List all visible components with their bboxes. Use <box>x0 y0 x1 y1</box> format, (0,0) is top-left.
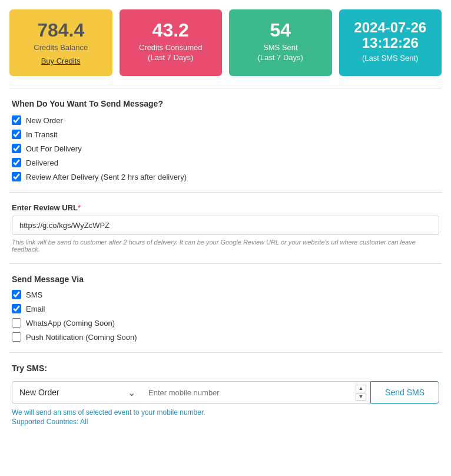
checkbox-sms-label: SMS <box>26 290 42 299</box>
checkbox-in-transit[interactable]: In Transit <box>12 130 439 139</box>
checkbox-new-order-label: New Order <box>26 116 63 125</box>
checkbox-new-order-input[interactable] <box>12 115 21 125</box>
send-timing-checkboxes: New Order In Transit Out For Delivery De… <box>12 115 439 181</box>
checkbox-push-notification-label: Push Notification (Coming Soon) <box>26 333 137 342</box>
last-sms-sent-number: 2024-07-26 13:12:26 <box>346 20 435 51</box>
credits-balance-number: 784.4 <box>16 20 105 41</box>
checkbox-delivered[interactable]: Delivered <box>12 158 439 167</box>
send-via-section: Send Message Via SMS Email WhatsApp (Com… <box>9 263 442 352</box>
sms-sent-number: 54 <box>236 20 325 41</box>
checkbox-out-for-delivery-label: Out For Delivery <box>26 144 82 153</box>
sms-sent-card: 54 SMS Sent(Last 7 Days) <box>229 9 332 76</box>
credits-consumed-label: Credits Consumed(Last 7 Days) <box>127 43 215 63</box>
review-url-hint: This link will be send to customer after… <box>12 239 439 253</box>
phone-input-wrapper: ▲ ▼ <box>141 381 370 404</box>
phone-input[interactable] <box>141 382 356 403</box>
try-sms-row: New Order In Transit Out For Delivery De… <box>12 381 439 404</box>
buy-credits-link[interactable]: Buy Credits <box>41 57 81 65</box>
try-sms-title: Try SMS: <box>12 363 439 373</box>
checkbox-email[interactable]: Email <box>12 304 439 313</box>
required-asterisk: * <box>78 203 81 212</box>
checkbox-review-after-delivery[interactable]: Review After Delivery (Sent 2 hrs after … <box>12 172 439 181</box>
send-via-title: Send Message Via <box>12 275 439 284</box>
credits-balance-label: Credits Balance <box>16 43 105 53</box>
stats-row: 784.4 Credits Balance Buy Credits 43.2 C… <box>9 9 442 76</box>
send-timing-title: When Do You Want To Send Message? <box>12 99 439 108</box>
checkbox-sms-input[interactable] <box>12 290 21 299</box>
phone-decrement-button[interactable]: ▼ <box>356 393 366 401</box>
credits-balance-card: 784.4 Credits Balance Buy Credits <box>9 9 112 76</box>
checkbox-push-notification[interactable]: Push Notification (Coming Soon) <box>12 332 439 342</box>
sms-note: We will send an sms of selected event to… <box>12 408 439 416</box>
checkbox-whatsapp-input[interactable] <box>12 318 21 328</box>
send-timing-section: When Do You Want To Send Message? New Or… <box>9 88 442 192</box>
review-url-input[interactable] <box>12 216 439 235</box>
checkbox-in-transit-input[interactable] <box>12 130 21 139</box>
sms-sent-label: SMS Sent(Last 7 Days) <box>236 43 325 63</box>
checkbox-in-transit-label: In Transit <box>26 130 57 139</box>
sms-event-select-wrapper: New Order In Transit Out For Delivery De… <box>12 381 141 404</box>
try-sms-section: Try SMS: New Order In Transit Out For De… <box>9 352 442 437</box>
last-sms-sent-card: 2024-07-26 13:12:26 (Last SMS Sent) <box>339 9 442 76</box>
page-wrapper: 784.4 Credits Balance Buy Credits 43.2 C… <box>0 0 451 446</box>
checkbox-sms[interactable]: SMS <box>12 290 439 299</box>
checkbox-email-input[interactable] <box>12 304 21 313</box>
checkbox-new-order[interactable]: New Order <box>12 115 439 125</box>
last-sms-sent-label: (Last SMS Sent) <box>346 54 435 64</box>
checkbox-delivered-label: Delivered <box>26 158 58 167</box>
supported-countries: Supported Countries: All <box>12 418 439 426</box>
credits-consumed-card: 43.2 Credits Consumed(Last 7 Days) <box>120 9 223 76</box>
sms-event-select[interactable]: New Order In Transit Out For Delivery De… <box>12 382 141 403</box>
checkbox-whatsapp-label: WhatsApp (Coming Soon) <box>26 319 115 328</box>
review-url-label: Enter Review URL* <box>12 203 439 212</box>
send-sms-button[interactable]: Send SMS <box>370 381 439 404</box>
phone-spinner: ▲ ▼ <box>356 385 366 401</box>
send-via-checkboxes: SMS Email WhatsApp (Coming Soon) Push No… <box>12 290 439 342</box>
phone-increment-button[interactable]: ▲ <box>356 385 366 392</box>
credits-consumed-number: 43.2 <box>127 20 215 41</box>
checkbox-review-after-delivery-label: Review After Delivery (Sent 2 hrs after … <box>26 173 187 181</box>
checkbox-delivered-input[interactable] <box>12 158 21 167</box>
checkbox-whatsapp[interactable]: WhatsApp (Coming Soon) <box>12 318 439 328</box>
checkbox-review-after-delivery-input[interactable] <box>12 172 21 181</box>
review-url-section: Enter Review URL* This link will be send… <box>9 192 442 263</box>
checkbox-email-label: Email <box>26 305 45 313</box>
checkbox-out-for-delivery-input[interactable] <box>12 144 21 153</box>
checkbox-push-notification-input[interactable] <box>12 332 21 342</box>
checkbox-out-for-delivery[interactable]: Out For Delivery <box>12 144 439 153</box>
